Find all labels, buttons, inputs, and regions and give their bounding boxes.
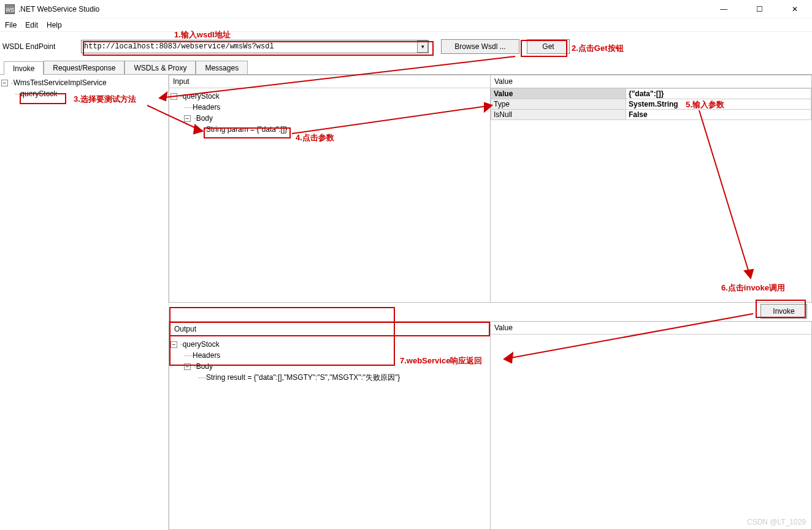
input-body[interactable]: −··Body [170,113,489,124]
bottom-value-panel-title: Value [491,322,811,335]
app-icon: WS [5,4,15,14]
prop-row-value[interactable]: Value{"data":[]} [491,89,811,99]
output-root[interactable]: −··queryStock [170,339,489,350]
output-panel-title: Output [169,322,490,336]
browse-wsdl-button[interactable]: Browse Wsdl ... [441,39,519,54]
method-node[interactable]: ····queryStock [1,88,167,99]
input-param[interactable]: ······String param = {"data":[]} [170,124,489,135]
minimize-button[interactable]: — [711,5,736,13]
input-panel: Input −··queryStock ······Headers −··Bod… [169,75,491,303]
property-grid: Value{"data":[]} TypeSystem.String IsNul… [491,88,811,120]
menu-file[interactable]: File [5,21,17,29]
invoke-button[interactable]: Invoke [760,304,807,319]
output-body[interactable]: −··Body [170,361,489,372]
prop-row-isnull[interactable]: IsNullFalse [491,110,811,120]
service-node[interactable]: −··WmsTestServiceImplService [1,77,167,88]
input-root[interactable]: −··queryStock [170,91,489,102]
endpoint-label: WSDL EndPoint [1,42,81,51]
input-headers[interactable]: ······Headers [170,102,489,113]
output-panel: Output −··queryStock ······Headers −··Bo… [169,321,491,531]
menubar: File Edit Help [0,18,812,32]
collapse-icon[interactable]: − [184,115,191,122]
tab-request-response[interactable]: Request/Response [44,61,124,74]
collapse-icon[interactable]: − [170,93,177,100]
value-panel: Value Value{"data":[]} TypeSystem.String… [490,75,812,303]
endpoint-dropdown-icon[interactable]: ▾ [417,40,428,53]
tab-wsdls-proxy[interactable]: WSDLs & Proxy [124,61,196,74]
collapse-icon[interactable]: − [170,341,177,348]
tabstrip: Invoke Request/Response WSDLs & Proxy Me… [0,60,812,75]
invoke-bar: Invoke [169,303,812,321]
input-panel-title: Input [169,75,490,88]
maximize-button[interactable]: ☐ [747,5,772,13]
collapse-icon[interactable]: − [184,363,191,370]
window-title: .NET WebService Studio [18,5,711,13]
titlebar: WS .NET WebService Studio — ☐ ✕ [0,0,812,18]
prop-row-type[interactable]: TypeSystem.String [491,99,811,110]
value-panel-title: Value [491,75,811,88]
get-button[interactable]: Get [527,39,570,54]
tab-invoke[interactable]: Invoke [4,61,44,75]
watermark: CSDN @LT_1029 [747,518,806,526]
right-pane: Input −··queryStock ······Headers −··Bod… [169,75,812,530]
collapse-icon[interactable]: − [1,80,8,86]
close-button[interactable]: ✕ [783,5,807,13]
service-tree-pane: −··WmsTestServiceImplService ····querySt… [0,75,169,530]
endpoint-input[interactable] [81,40,429,53]
menu-help[interactable]: Help [47,21,62,29]
bottom-value-panel: Value [490,321,812,531]
window-controls: — ☐ ✕ [711,5,807,13]
toolbar: WSDL EndPoint ▾ Browse Wsdl ... Get [0,32,812,60]
tab-messages[interactable]: Messages [196,61,248,74]
workarea: −··WmsTestServiceImplService ····querySt… [0,75,812,530]
menu-edit[interactable]: Edit [25,21,38,29]
output-headers[interactable]: ······Headers [170,350,489,361]
output-result[interactable]: ······String result = {"data":[],"MSGTY"… [170,372,489,383]
